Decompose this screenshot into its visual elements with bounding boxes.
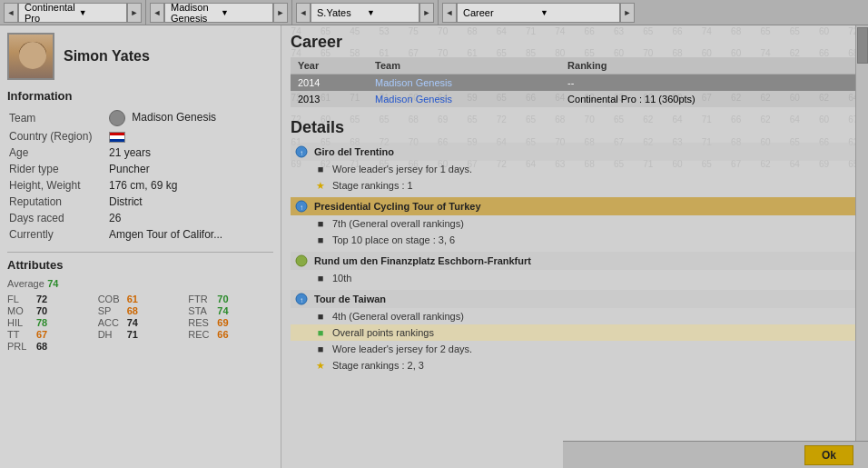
- main-content: Simon Yates Information Team Madison Gen…: [0, 25, 868, 468]
- detail-taiwan-stage: ★ Stage rankings : 2, 3: [291, 357, 859, 373]
- toolbar-dropdown-4[interactable]: Career ▼: [457, 3, 620, 23]
- scrollbar[interactable]: [855, 25, 868, 441]
- career-team-2013[interactable]: Madison Genesis: [368, 91, 560, 107]
- attr-mo-value: 70: [36, 305, 62, 316]
- information-title: Information: [7, 89, 273, 103]
- star-icon-taiwan: ★: [314, 359, 327, 372]
- career-table: Year Team Ranking 2014 Madison Genesis -…: [291, 57, 859, 107]
- career-table-head: Year Team Ranking: [291, 57, 859, 75]
- detail-frankfurt-10th-text: 10th: [332, 273, 351, 284]
- toolbar-left-arrow-3[interactable]: ◄: [296, 3, 311, 23]
- toolbar-section-3: ◄ S.Yates ▼ ►: [292, 0, 439, 25]
- detail-turkey-overall-text: 7th (General overall rankings): [332, 218, 464, 229]
- toolbar-dropdown-3-label: S.Yates: [317, 7, 363, 18]
- career-row-2014[interactable]: 2014 Madison Genesis --: [291, 75, 859, 92]
- race-name-giro: Giro del Trentino: [314, 146, 394, 157]
- career-table-body: 2014 Madison Genesis -- 2013 Madison Gen…: [291, 75, 859, 108]
- attr-acc: ACC 74: [98, 317, 183, 328]
- toolbar: ◄ Continental Pro ▼ ► ◄ Madison Genesis …: [0, 0, 868, 25]
- toolbar-right-arrow-3[interactable]: ►: [419, 3, 434, 23]
- toolbar-left-arrow-2[interactable]: ◄: [150, 3, 164, 23]
- attr-prl-value: 68: [36, 341, 62, 352]
- detail-turkey-top10-text: Top 10 place on stage : 3, 6: [332, 234, 455, 245]
- toolbar-dropdown-1[interactable]: Continental Pro ▼: [18, 3, 127, 23]
- attr-tt-label: TT: [7, 329, 36, 340]
- attr-cob-label: COB: [98, 294, 127, 304]
- career-year-2014: 2014: [291, 75, 368, 92]
- career-col-ranking: Ranking: [560, 57, 859, 75]
- detail-frankfurt-10th: ■ 10th: [291, 270, 859, 286]
- age-value: 21 years: [107, 144, 273, 161]
- attr-tt-value: 67: [36, 329, 62, 340]
- race-icon-taiwan: ↑: [294, 292, 309, 306]
- attr-rec: REC 66: [188, 329, 273, 340]
- toolbar-left-arrow-1[interactable]: ◄: [4, 3, 18, 23]
- reputation-value: District: [107, 194, 273, 210]
- height-value: 176 cm, 69 kg: [107, 177, 273, 194]
- toolbar-dropdown-2[interactable]: Madison Genesis ▼: [164, 3, 273, 23]
- attr-acc-label: ACC: [98, 317, 127, 328]
- race-icon-turkey: ↑: [294, 199, 309, 214]
- team-name: Madison Genesis: [132, 111, 216, 124]
- detail-taiwan-stage-text: Stage rankings : 2, 3: [332, 360, 424, 371]
- toolbar-dropdown-4-label: Career: [463, 7, 537, 18]
- career-section: Career Year Team Ranking 2014 Madison Ge…: [291, 33, 859, 107]
- toolbar-dropdown-3[interactable]: S.Yates ▼: [311, 3, 419, 23]
- attr-sta: STA 74: [188, 305, 273, 316]
- info-row-days: Days raced 26: [7, 210, 273, 226]
- race-header-frankfurt[interactable]: Rund um den Finanzplatz Eschborn-Frankfu…: [291, 252, 859, 270]
- bottom-bar: Ok: [563, 441, 868, 468]
- career-row-2013[interactable]: 2013 Madison Genesis Continental Pro : 1…: [291, 91, 859, 107]
- days-label: Days raced: [7, 210, 107, 226]
- race-group-frankfurt: Rund um den Finanzplatz Eschborn-Frankfu…: [291, 252, 859, 286]
- race-header-giro[interactable]: ↑ Giro del Trentino: [291, 143, 859, 161]
- attr-res-label: RES: [188, 317, 217, 328]
- toolbar-left-arrow-4[interactable]: ◄: [442, 3, 457, 23]
- race-header-turkey[interactable]: ↑ Presidential Cycling Tour of Turkey: [291, 197, 859, 215]
- race-header-taiwan[interactable]: ↑ Tour de Taiwan: [291, 290, 859, 308]
- detail-taiwan-4th-text: 4th (General overall rankings): [332, 311, 464, 322]
- svg-text:↑: ↑: [300, 296, 303, 304]
- right-panel: 7465455375706864717466636566746865656072…: [281, 25, 868, 468]
- attr-ftr: FTR 70: [188, 294, 273, 304]
- toolbar-right-arrow-4[interactable]: ►: [620, 3, 635, 23]
- detail-taiwan-4th: ■ 4th (General overall rankings): [291, 308, 859, 324]
- toolbar-dropdown-1-arrow: ▼: [79, 8, 121, 17]
- info-row-reputation: Reputation District: [7, 194, 273, 210]
- player-header: Simon Yates: [7, 33, 273, 80]
- career-team-2014[interactable]: Madison Genesis: [368, 75, 560, 92]
- currently-label: Currently: [7, 226, 107, 243]
- attr-tt: TT 67: [7, 329, 93, 340]
- svg-text:↑: ↑: [300, 149, 303, 157]
- attr-fl-value: 72: [36, 294, 62, 304]
- star-icon-giro: ★: [314, 179, 327, 192]
- square-icon-taiwan-3: ■: [314, 343, 327, 355]
- toolbar-right-arrow-1[interactable]: ►: [127, 3, 142, 23]
- scrollbar-thumb[interactable]: [857, 27, 868, 64]
- flag-icon: [109, 132, 125, 143]
- toolbar-right-arrow-2[interactable]: ►: [273, 3, 288, 23]
- career-ranking-2013: Continental Pro : 11 (360pts): [560, 91, 859, 107]
- jersey-icon-giro: ■: [314, 163, 327, 175]
- team-label: Team: [7, 108, 107, 128]
- toolbar-dropdown-4-arrow: ▼: [540, 8, 614, 17]
- detail-turkey-top10: ■ Top 10 place on stage : 3, 6: [291, 232, 859, 248]
- toolbar-section-4: ◄ Career ▼ ►: [439, 0, 868, 25]
- team-value: Madison Genesis: [107, 108, 273, 128]
- details-section: Details ↑ Giro del Trentino ■ Wore leade…: [291, 118, 859, 373]
- attr-ftr-value: 70: [217, 294, 242, 304]
- attr-sta-label: STA: [188, 305, 217, 316]
- attr-fl-label: FL: [7, 294, 36, 304]
- average-row: Average 74: [7, 277, 273, 290]
- ok-button[interactable]: Ok: [804, 445, 853, 465]
- career-title: Career: [291, 33, 859, 52]
- info-row-country: Country (Region): [7, 128, 273, 144]
- attributes-grid: FL 72 COB 61 FTR 70 MO 70 SP 68 STA 74: [7, 294, 273, 352]
- race-name-turkey: Presidential Cycling Tour of Turkey: [314, 201, 481, 212]
- attr-sp-label: SP: [98, 305, 127, 316]
- square-icon-frankfurt: ■: [314, 272, 327, 284]
- toolbar-section-2: ◄ Madison Genesis ▼ ►: [146, 0, 292, 25]
- info-table: Team Madison Genesis Country (Region) Ag…: [7, 108, 273, 243]
- attr-fl: FL 72: [7, 294, 93, 304]
- info-row-team: Team Madison Genesis: [7, 108, 273, 128]
